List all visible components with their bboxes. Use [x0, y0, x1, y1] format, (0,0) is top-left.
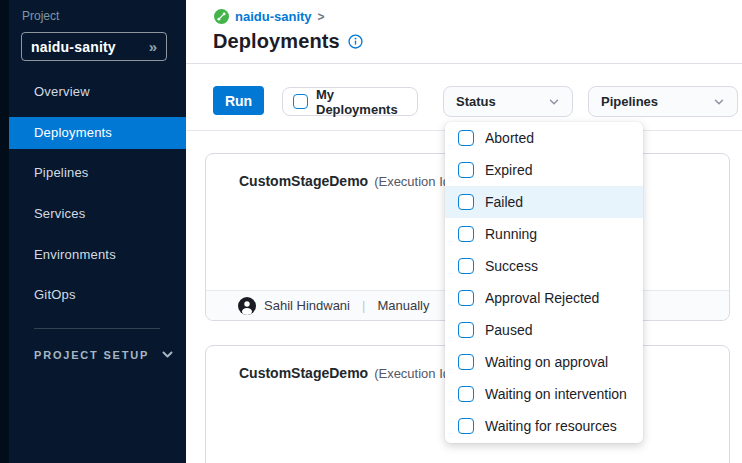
status-option-expired[interactable]: Expired	[445, 154, 643, 186]
deployments-page: Project naidu-sanity » Overview Deployme…	[0, 0, 742, 463]
project-selector-value: naidu-sanity	[31, 39, 116, 55]
status-option-aborted[interactable]: Aborted	[445, 122, 643, 154]
status-option-checkbox[interactable]	[458, 194, 474, 210]
sidebar-item-services[interactable]: Services	[9, 198, 186, 230]
status-option-checkbox[interactable]	[458, 322, 474, 338]
trigger-type: Manually	[377, 298, 429, 313]
footer-separator: |	[362, 298, 365, 313]
status-option-label: Waiting for resources	[485, 418, 617, 434]
status-option-checkbox[interactable]	[458, 258, 474, 274]
status-option-label: Approval Rejected	[485, 290, 599, 306]
status-option-waiting-on-intervention[interactable]: Waiting on intervention	[445, 378, 643, 410]
pipeline-name[interactable]: CustomStageDemo	[239, 365, 368, 381]
chevron-down-icon	[161, 348, 174, 361]
status-option-approval-rejected[interactable]: Approval Rejected	[445, 282, 643, 314]
status-option-label: Running	[485, 226, 537, 242]
run-button[interactable]: Run	[213, 86, 264, 115]
page-header: naidu-sanity > Deployments	[186, 0, 742, 64]
status-option-waiting-for-resources[interactable]: Waiting for resources	[445, 410, 643, 442]
info-icon[interactable]	[348, 34, 363, 49]
sidebar-item-gitops[interactable]: GitOps	[9, 279, 186, 311]
my-deployments-checkbox[interactable]	[293, 94, 308, 109]
status-option-checkbox[interactable]	[458, 162, 474, 178]
status-option-label: Failed	[485, 194, 523, 210]
project-selector[interactable]: naidu-sanity »	[21, 32, 167, 61]
sidebar-item-overview[interactable]: Overview	[9, 76, 186, 108]
status-option-failed[interactable]: Failed	[445, 186, 643, 218]
chevron-down-icon	[713, 96, 725, 108]
my-deployments-filter[interactable]: My Deployments	[282, 87, 418, 116]
avatar-icon	[238, 297, 256, 315]
my-deployments-label: My Deployments	[316, 87, 407, 117]
status-option-checkbox[interactable]	[458, 226, 474, 242]
project-sidebar: Project naidu-sanity » Overview Deployme…	[9, 0, 186, 463]
status-option-waiting-on-approval[interactable]: Waiting on approval	[445, 346, 643, 378]
execution-id-text: (Execution Id	[374, 366, 450, 381]
status-filter-dropdown[interactable]: Status	[443, 86, 573, 117]
status-option-label: Waiting on approval	[485, 354, 608, 370]
status-option-checkbox[interactable]	[458, 386, 474, 402]
pipelines-filter-label: Pipelines	[601, 94, 658, 109]
status-option-label: Waiting on intervention	[485, 386, 627, 402]
sidebar-item-environments[interactable]: Environments	[9, 239, 186, 271]
main-content: naidu-sanity > Deployments Run My Deploy…	[186, 0, 742, 463]
breadcrumb: naidu-sanity >	[214, 9, 325, 24]
pipeline-name[interactable]: CustomStageDemo	[239, 173, 368, 189]
status-option-checkbox[interactable]	[458, 418, 474, 434]
status-filter-label: Status	[456, 94, 496, 109]
status-option-success[interactable]: Success	[445, 250, 643, 282]
breadcrumb-project-link[interactable]: naidu-sanity	[235, 9, 312, 24]
pipelines-filter-dropdown[interactable]: Pipelines	[588, 86, 738, 117]
status-option-paused[interactable]: Paused	[445, 314, 643, 346]
status-option-checkbox[interactable]	[458, 290, 474, 306]
sidebar-item-deployments[interactable]: Deployments	[9, 117, 186, 149]
status-option-running[interactable]: Running	[445, 218, 643, 250]
project-setup-toggle[interactable]: PROJECT SETUP	[34, 348, 174, 361]
status-option-checkbox[interactable]	[458, 130, 474, 146]
chevron-down-icon	[548, 96, 560, 108]
module-nav-strip[interactable]	[0, 0, 9, 463]
status-option-label: Success	[485, 258, 538, 274]
chevron-right-icon: >	[318, 10, 325, 24]
status-option-checkbox[interactable]	[458, 354, 474, 370]
cd-module-icon	[214, 9, 229, 24]
sidebar-item-pipelines[interactable]: Pipelines	[9, 157, 186, 189]
status-option-label: Expired	[485, 162, 532, 178]
triggered-by-user: Sahil Hindwani	[264, 298, 350, 313]
status-option-label: Paused	[485, 322, 532, 338]
title-row: Deployments	[213, 30, 363, 53]
project-setup-label: PROJECT SETUP	[34, 349, 149, 361]
page-title: Deployments	[213, 30, 340, 53]
execution-id-text: (Execution Id	[374, 174, 450, 189]
status-dropdown-panel: Aborted Expired Failed Running Success A…	[445, 122, 643, 443]
sidebar-divider	[34, 328, 160, 329]
status-option-label: Aborted	[485, 130, 534, 146]
double-chevron-right-icon: »	[149, 39, 157, 54]
project-label: Project	[22, 9, 59, 23]
